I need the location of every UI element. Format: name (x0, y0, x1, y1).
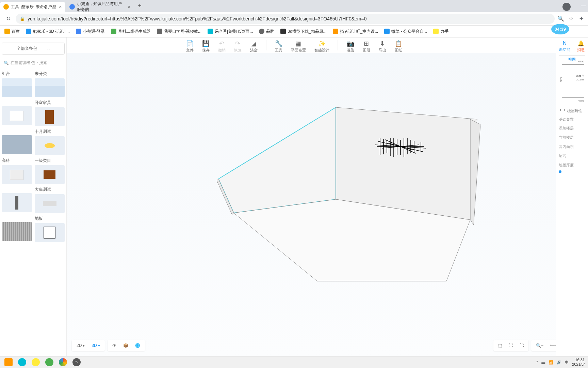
left-sidebar: 全部套餐包 ⌵ 🔍 在当前套餐包下搜索 组合 未分类 卧室家具 十月测试 高科 … (0, 37, 67, 356)
drawings-button[interactable]: 📋图纸 (395, 40, 402, 53)
timer-badge: 04:39 (551, 24, 569, 34)
file-icon: 📄 (186, 40, 193, 47)
table-thumb (45, 143, 55, 148)
tab-favicon (69, 4, 75, 10)
bookmark-item[interactable]: 酷家乐 - 3D云设计... (23, 27, 72, 36)
clear-button[interactable]: ◢清空 (250, 40, 258, 53)
plan-thumb (44, 227, 55, 239)
export-button[interactable]: ⬇导出 (379, 40, 386, 53)
snap-button[interactable]: ⬚ (495, 341, 505, 350)
minimize-icon[interactable]: ― (581, 3, 586, 11)
new-features-button[interactable]: N新功能 (559, 40, 570, 52)
extensions-icon[interactable]: ✦ (578, 15, 585, 22)
minimap[interactable]: 视图 4755 4755 4223 客餐厅 20.1m (559, 56, 585, 103)
category-item[interactable] (2, 187, 32, 213)
main-toolbar: 📄文件 💾保存 ↶撤销 ↷恢复 ◢清空 🔧工具 ▦平面布置 ✨智能设计 📷渲染 … (186, 37, 402, 56)
bell-icon: 🔔 (577, 40, 584, 47)
category-level-one[interactable]: 一级类目 (35, 158, 65, 184)
svg-marker-0 (218, 107, 336, 213)
3d-canvas[interactable]: © 酷家乐版权所有 2D▾ 3D▾ 👁 📦 🌐 ⬚ ⛶ ⛶ 🔍− •─── 🔍+ (67, 53, 588, 356)
taskbar-app[interactable] (2, 357, 15, 367)
2d-view-button[interactable]: 2D▾ (73, 341, 88, 350)
add-floor-item[interactable]: 添加楼层 (559, 124, 585, 133)
globe-toggle[interactable]: 🌐 (132, 341, 144, 350)
zoom-out-button[interactable]: 🔍− (533, 341, 547, 350)
close-icon[interactable]: × (59, 4, 62, 10)
tools-button[interactable]: 🔧工具 (275, 40, 282, 53)
slider-handle[interactable] (559, 170, 561, 173)
bookmark-item[interactable]: 3d模型下载_精品原... (278, 27, 329, 36)
floor-height-item[interactable]: 层高 (559, 151, 585, 160)
url-input[interactable]: 🔒 yun.kujiale.com/tool/h5/diy?redirectur… (16, 14, 555, 24)
tray-chevron-icon[interactable]: ^ (536, 360, 538, 364)
bookmark-item[interactable]: 品牌 (256, 27, 277, 36)
right-panel: 视图 4755 4755 4223 客餐厅 20.1m ⋮⋮楼层属性 基础参数 … (556, 53, 588, 356)
gallery-button[interactable]: ⊞图册 (363, 40, 370, 53)
messages-button[interactable]: 🔔消息 (577, 40, 585, 52)
fullscreen-button[interactable]: ⛶ (516, 341, 527, 350)
bookmarks-bar: 百度 酷家乐 - 3D云设计... 小鹅通-登录 草料二维码生成器 我要自学网-… (0, 26, 588, 37)
star-icon[interactable]: ☆ (568, 15, 574, 22)
category-combo[interactable]: 组合 (2, 71, 32, 97)
bookmark-item[interactable]: 小鹅通-登录 (73, 27, 108, 36)
volume-icon[interactable]: 🔊 (557, 360, 561, 365)
category-item[interactable] (2, 216, 32, 242)
bookmark-item[interactable]: 我要自学网-视频教... (154, 27, 204, 36)
floor-thickness-item[interactable]: 地板厚度 (559, 160, 585, 170)
wifi-icon[interactable]: 📶 (549, 360, 553, 365)
taskbar-wechat[interactable] (43, 357, 56, 367)
bed-thumb (10, 111, 23, 121)
inner-area-item[interactable]: 套内面积 (559, 142, 585, 151)
window-controls: ― (562, 3, 586, 11)
undo-button[interactable]: ↶撤销 (218, 40, 226, 53)
layout-button[interactable]: ▦平面布置 (291, 40, 306, 53)
reload-button[interactable]: ↻ (3, 14, 13, 24)
new-tab-button[interactable]: + (135, 1, 145, 11)
redo-icon: ↷ (234, 40, 241, 47)
new-icon: N (563, 40, 567, 46)
save-button[interactable]: 💾保存 (202, 40, 210, 53)
browser-tab-active[interactable]: 工具_酷家乐_未命名户型 × (0, 2, 65, 12)
category-item[interactable] (2, 100, 32, 126)
profile-icon[interactable] (562, 3, 571, 11)
category-bedroom[interactable]: 卧室家具 (35, 100, 65, 126)
bookmark-item[interactable]: 拓者设计吧_室内设... (330, 27, 381, 36)
bookmark-item[interactable]: 百度 (2, 27, 22, 36)
category-uncategorized[interactable]: 未分类 (35, 71, 65, 97)
zoom-icon[interactable]: 🔍 (557, 15, 564, 22)
taskbar-chrome[interactable] (56, 357, 70, 367)
category-daban-test[interactable]: 大班测试 (35, 187, 65, 213)
category-item[interactable] (2, 129, 32, 155)
redo-button[interactable]: ↷恢复 (234, 40, 242, 53)
file-button[interactable]: 📄文件 (186, 40, 194, 53)
bookmark-icon (384, 29, 390, 34)
room-3d-view (174, 70, 480, 291)
box-toggle[interactable]: 📦 (120, 341, 132, 350)
category-floor[interactable]: 地板 (35, 216, 65, 242)
package-dropdown[interactable]: 全部套餐包 ⌵ (2, 43, 65, 55)
category-october-test[interactable]: 十月测试 (35, 129, 65, 155)
taskbar-app[interactable] (15, 357, 29, 367)
close-icon[interactable]: × (128, 4, 130, 10)
category-gaoke[interactable]: 高科 (2, 158, 32, 184)
frame-button[interactable]: ⛶ (505, 341, 516, 350)
floor-props-header[interactable]: ⋮⋮楼层属性 (559, 107, 585, 115)
visibility-toggle[interactable]: 👁 (109, 341, 120, 350)
search-input[interactable]: 🔍 在当前套餐包下搜索 (2, 58, 65, 68)
tab-favicon (3, 4, 9, 10)
bookmark-icon (4, 29, 10, 34)
address-bar-row: ↻ 🔒 yun.kujiale.com/tool/h5/diy?redirect… (0, 12, 588, 26)
taskbar-app-active[interactable]: ↖ (70, 357, 83, 367)
ime-indicator[interactable]: 中 (565, 360, 569, 365)
taskbar-app[interactable] (29, 357, 43, 367)
bookmark-item[interactable]: 草料二维码生成器 (108, 27, 153, 36)
battery-icon[interactable]: ▬ (541, 360, 545, 364)
3d-view-button[interactable]: 3D▾ (88, 341, 103, 350)
current-floor-item[interactable]: 当前楼层 (559, 133, 585, 142)
render-button[interactable]: 📷渲染 (347, 40, 354, 53)
browser-tab-inactive[interactable]: 小鹅通，知识产品与用户服务的 × (66, 2, 134, 12)
bookmark-item[interactable]: 易企秀|免费H5页面... (205, 27, 256, 36)
smart-design-button[interactable]: ✨智能设计 (314, 40, 329, 53)
bookmark-item[interactable]: 力手 (430, 27, 451, 36)
bookmark-item[interactable]: 微擎 - 公众平台自... (381, 27, 430, 36)
